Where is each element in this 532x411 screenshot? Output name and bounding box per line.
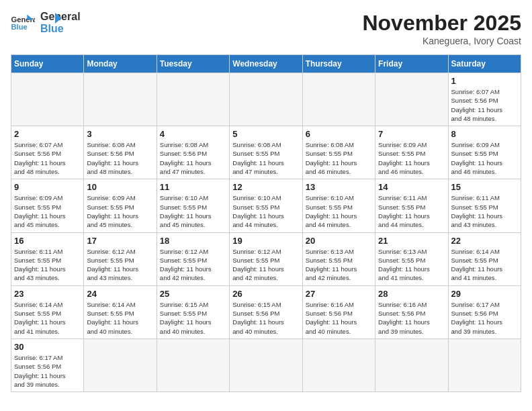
day-number: 21	[378, 236, 445, 246]
day-number: 18	[160, 236, 226, 246]
calendar-week-4: 16Sunrise: 6:11 AM Sunset: 5:55 PM Dayli…	[11, 232, 521, 285]
calendar-day-cell	[448, 338, 521, 392]
day-number: 1	[451, 76, 518, 86]
logo-flag-icon	[43, 10, 63, 30]
logo-icon: General Blue	[11, 13, 35, 32]
day-number: 3	[87, 129, 153, 139]
day-info: Sunrise: 6:09 AM Sunset: 5:55 PM Dayligh…	[378, 140, 445, 176]
calendar-day-cell	[302, 73, 375, 126]
calendar-day-cell	[11, 73, 84, 126]
day-number: 17	[87, 236, 153, 246]
calendar-week-1: 1Sunrise: 6:07 AM Sunset: 5:56 PM Daylig…	[11, 73, 521, 126]
day-number: 10	[87, 182, 153, 192]
day-number: 8	[451, 129, 518, 139]
day-info: Sunrise: 6:14 AM Sunset: 5:55 PM Dayligh…	[87, 300, 153, 336]
day-info: Sunrise: 6:08 AM Sunset: 5:56 PM Dayligh…	[87, 140, 153, 176]
day-info: Sunrise: 6:14 AM Sunset: 5:55 PM Dayligh…	[451, 247, 518, 283]
day-info: Sunrise: 6:15 AM Sunset: 5:56 PM Dayligh…	[232, 300, 299, 336]
calendar-day-cell: 23Sunrise: 6:14 AM Sunset: 5:55 PM Dayli…	[11, 285, 84, 338]
calendar-day-cell: 25Sunrise: 6:15 AM Sunset: 5:55 PM Dayli…	[157, 285, 229, 338]
day-info: Sunrise: 6:09 AM Sunset: 5:55 PM Dayligh…	[87, 193, 153, 229]
weekday-header-sunday: Sunday	[11, 55, 84, 73]
day-info: Sunrise: 6:09 AM Sunset: 5:55 PM Dayligh…	[14, 193, 81, 229]
day-number: 24	[87, 289, 153, 299]
day-number: 25	[160, 289, 226, 299]
calendar-table: SundayMondayTuesdayWednesdayThursdayFrid…	[11, 54, 521, 392]
calendar-day-cell	[375, 338, 448, 392]
day-info: Sunrise: 6:07 AM Sunset: 5:56 PM Dayligh…	[14, 140, 81, 176]
calendar-day-cell: 18Sunrise: 6:12 AM Sunset: 5:55 PM Dayli…	[157, 232, 229, 285]
day-number: 9	[14, 182, 81, 192]
calendar-week-5: 23Sunrise: 6:14 AM Sunset: 5:55 PM Dayli…	[11, 285, 521, 338]
calendar-day-cell: 12Sunrise: 6:10 AM Sunset: 5:55 PM Dayli…	[230, 179, 302, 232]
weekday-header-saturday: Saturday	[448, 55, 521, 73]
calendar-day-cell: 19Sunrise: 6:12 AM Sunset: 5:55 PM Dayli…	[230, 232, 302, 285]
calendar-day-cell: 26Sunrise: 6:15 AM Sunset: 5:56 PM Dayli…	[230, 285, 302, 338]
day-info: Sunrise: 6:08 AM Sunset: 5:55 PM Dayligh…	[232, 140, 299, 176]
day-info: Sunrise: 6:17 AM Sunset: 5:56 PM Dayligh…	[14, 353, 81, 389]
calendar-day-cell: 15Sunrise: 6:11 AM Sunset: 5:55 PM Dayli…	[448, 179, 521, 232]
day-number: 29	[451, 289, 518, 299]
weekday-header-tuesday: Tuesday	[157, 55, 229, 73]
calendar-day-cell	[157, 73, 229, 126]
calendar-day-cell	[84, 73, 157, 126]
day-number: 22	[451, 236, 518, 246]
day-info: Sunrise: 6:10 AM Sunset: 5:55 PM Dayligh…	[160, 193, 226, 229]
day-info: Sunrise: 6:11 AM Sunset: 5:55 PM Dayligh…	[451, 193, 518, 229]
calendar-day-cell: 29Sunrise: 6:17 AM Sunset: 5:56 PM Dayli…	[448, 285, 521, 338]
weekday-header-thursday: Thursday	[302, 55, 375, 73]
day-number: 5	[232, 129, 299, 139]
day-number: 20	[306, 236, 372, 246]
calendar-day-cell: 1Sunrise: 6:07 AM Sunset: 5:56 PM Daylig…	[448, 73, 521, 126]
calendar-day-cell: 8Sunrise: 6:09 AM Sunset: 5:55 PM Daylig…	[448, 126, 521, 179]
day-info: Sunrise: 6:09 AM Sunset: 5:55 PM Dayligh…	[451, 140, 518, 176]
day-info: Sunrise: 6:15 AM Sunset: 5:55 PM Dayligh…	[160, 300, 226, 336]
calendar-day-cell: 21Sunrise: 6:13 AM Sunset: 5:55 PM Dayli…	[375, 232, 448, 285]
day-number: 15	[451, 182, 518, 192]
day-number: 4	[160, 129, 226, 139]
day-number: 13	[306, 182, 372, 192]
calendar-week-3: 9Sunrise: 6:09 AM Sunset: 5:55 PM Daylig…	[11, 179, 521, 232]
day-info: Sunrise: 6:13 AM Sunset: 5:55 PM Dayligh…	[306, 247, 372, 283]
weekday-header-monday: Monday	[84, 55, 157, 73]
day-info: Sunrise: 6:10 AM Sunset: 5:55 PM Dayligh…	[232, 193, 299, 229]
calendar-day-cell: 11Sunrise: 6:10 AM Sunset: 5:55 PM Dayli…	[157, 179, 229, 232]
day-info: Sunrise: 6:10 AM Sunset: 5:55 PM Dayligh…	[306, 193, 372, 229]
calendar-day-cell	[230, 338, 302, 392]
day-info: Sunrise: 6:16 AM Sunset: 5:56 PM Dayligh…	[378, 300, 445, 336]
calendar-day-cell	[375, 73, 448, 126]
calendar-day-cell: 17Sunrise: 6:12 AM Sunset: 5:55 PM Dayli…	[84, 232, 157, 285]
day-info: Sunrise: 6:14 AM Sunset: 5:55 PM Dayligh…	[14, 300, 81, 336]
day-info: Sunrise: 6:12 AM Sunset: 5:55 PM Dayligh…	[160, 247, 226, 283]
weekday-header-wednesday: Wednesday	[230, 55, 302, 73]
calendar-day-cell: 2Sunrise: 6:07 AM Sunset: 5:56 PM Daylig…	[11, 126, 84, 179]
calendar-day-cell	[230, 73, 302, 126]
day-info: Sunrise: 6:11 AM Sunset: 5:55 PM Dayligh…	[14, 247, 81, 283]
svg-text:Blue: Blue	[11, 22, 28, 30]
calendar-day-cell: 10Sunrise: 6:09 AM Sunset: 5:55 PM Dayli…	[84, 179, 157, 232]
calendar-day-cell: 22Sunrise: 6:14 AM Sunset: 5:55 PM Dayli…	[448, 232, 521, 285]
calendar-day-cell: 6Sunrise: 6:08 AM Sunset: 5:55 PM Daylig…	[302, 126, 375, 179]
day-number: 11	[160, 182, 226, 192]
calendar-day-cell: 9Sunrise: 6:09 AM Sunset: 5:55 PM Daylig…	[11, 179, 84, 232]
logo: General Blue General Blue	[11, 11, 63, 34]
weekday-header-friday: Friday	[375, 55, 448, 73]
calendar-day-cell: 24Sunrise: 6:14 AM Sunset: 5:55 PM Dayli…	[84, 285, 157, 338]
day-info: Sunrise: 6:12 AM Sunset: 5:55 PM Dayligh…	[87, 247, 153, 283]
day-number: 16	[14, 236, 81, 246]
calendar-day-cell	[84, 338, 157, 392]
day-number: 28	[378, 289, 445, 299]
day-info: Sunrise: 6:11 AM Sunset: 5:55 PM Dayligh…	[378, 193, 445, 229]
calendar-day-cell: 16Sunrise: 6:11 AM Sunset: 5:55 PM Dayli…	[11, 232, 84, 285]
day-info: Sunrise: 6:08 AM Sunset: 5:55 PM Dayligh…	[306, 140, 372, 176]
calendar-week-2: 2Sunrise: 6:07 AM Sunset: 5:56 PM Daylig…	[11, 126, 521, 179]
day-info: Sunrise: 6:07 AM Sunset: 5:56 PM Dayligh…	[451, 87, 518, 123]
weekday-header-row: SundayMondayTuesdayWednesdayThursdayFrid…	[11, 55, 521, 73]
calendar-day-cell: 28Sunrise: 6:16 AM Sunset: 5:56 PM Dayli…	[375, 285, 448, 338]
calendar-day-cell: 20Sunrise: 6:13 AM Sunset: 5:55 PM Dayli…	[302, 232, 375, 285]
day-number: 12	[232, 182, 299, 192]
day-info: Sunrise: 6:08 AM Sunset: 5:56 PM Dayligh…	[160, 140, 226, 176]
calendar-day-cell: 4Sunrise: 6:08 AM Sunset: 5:56 PM Daylig…	[157, 126, 229, 179]
day-number: 27	[306, 289, 372, 299]
day-number: 6	[306, 129, 372, 139]
